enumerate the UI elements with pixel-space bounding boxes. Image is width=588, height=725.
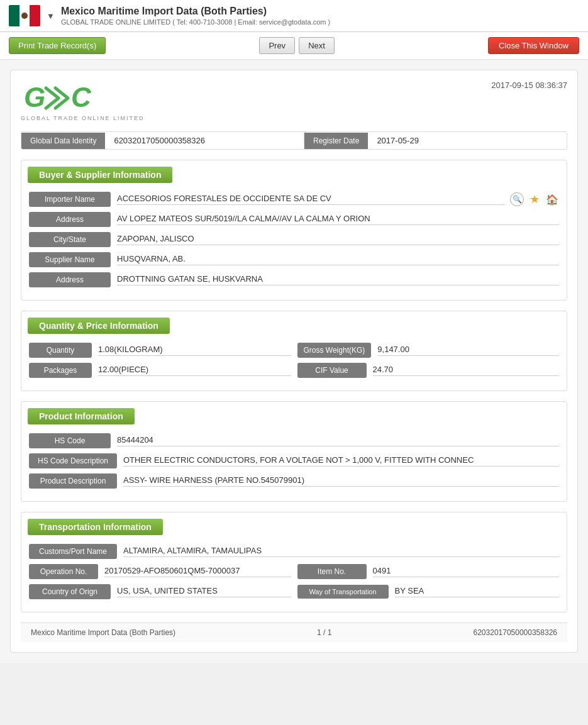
gross-weight-label: Gross Weight(KG) [297,343,372,358]
record-date: 2017-09-15 08:36:37 [491,80,567,90]
product-desc-value: ASSY- WIRE HARNESS (PARTE NO.545079901) [123,475,559,487]
item-col: Item No. 0491 [297,564,560,579]
country-origin-value: US, USA, UNITED STATES [117,586,291,597]
address2-value: DROTTNING GATAN SE, HUSKVARNA [117,274,559,285]
record-card: G C GLOBAL TRADE ONLINE LIMITED 2017-09-… [10,70,578,653]
operation-item-row: Operation No. 20170529-AFO850601QM5-7000… [29,564,559,579]
quantity-price-body: Quantity 1.08(KILOGRAM) Gross Weight(KG)… [21,340,567,390]
home-icon[interactable]: 🏠 [545,192,559,206]
footer-left: Mexico Maritime Import Data (Both Partie… [31,628,175,637]
customs-port-row: Customs/Port Name ALTAMIRA, ALTAMIRA, TA… [29,544,559,559]
address1-row: Address AV LOPEZ MATEOS SUR/5019//LA CAL… [29,212,559,227]
main-content: G C GLOBAL TRADE ONLINE LIMITED 2017-09-… [0,60,588,663]
buyer-supplier-body: Importer Name ACCESORIOS FORESTALES DE O… [21,189,567,300]
buyer-supplier-title: Buyer & Supplier Information [21,160,567,189]
buyer-supplier-section: Buyer & Supplier Information Importer Na… [21,160,567,301]
quantity-col: Quantity 1.08(KILOGRAM) [29,343,291,358]
flag-icon [9,5,40,26]
address1-value: AV LOPEZ MATEOS SUR/5019//LA CALMA//AV L… [117,214,559,225]
item-no-value: 0491 [373,566,560,577]
quantity-price-title: Quantity & Price Information [21,311,567,340]
product-section: Product Information HS Code 85444204 HS … [21,401,567,502]
toolbar: Print Trade Record(s) Prev Next Close Th… [0,32,588,60]
cif-value-label: CIF Value [297,363,367,378]
product-desc-label: Product Description [29,473,117,489]
svg-text:G: G [24,82,45,113]
way-transport-col: Way of Transportation BY SEA [297,585,560,599]
prev-button[interactable]: Prev [259,37,295,54]
quantity-value: 1.08(KILOGRAM) [98,345,291,356]
hs-code-label: HS Code [29,433,111,448]
footer-right: 62032017050000358326 [474,628,557,637]
item-no-label: Item No. [297,564,367,579]
global-data-identity-value: 62032017050000358326 [105,132,304,149]
record-footer: Mexico Maritime Import Data (Both Partie… [21,623,567,642]
search-icon[interactable]: 🔍 [510,192,524,206]
register-date-value: 2017-05-29 [368,132,567,149]
packages-value: 12.00(PIECE) [98,365,291,376]
hs-code-desc-label: HS Code Description [29,453,117,468]
address2-row: Address DROTTNING GATAN SE, HUSKVARNA [29,272,559,287]
transportation-body: Customs/Port Name ALTAMIRA, ALTAMIRA, TA… [21,541,567,612]
supplier-name-label: Supplier Name [29,252,111,267]
svg-rect-0 [9,5,19,26]
svg-rect-2 [30,5,40,26]
cif-value: 24.70 [373,365,560,376]
header-info: Mexico Maritime Import Data (Both Partie… [61,6,579,26]
global-data-row: Global Data Identity 6203201705000035832… [21,131,567,150]
record-header: G C GLOBAL TRADE ONLINE LIMITED 2017-09-… [21,80,567,121]
hs-code-value: 85444204 [117,435,559,446]
packages-col: Packages 12.00(PIECE) [29,363,291,378]
star-icon[interactable]: ★ [528,192,541,206]
importer-name-value: ACCESORIOS FORESTALES DE OCCIDENTE SA DE… [117,194,505,205]
importer-icons: 🔍 ★ 🏠 [510,192,559,206]
importer-name-label: Importer Name [29,192,111,207]
quantity-gross-row: Quantity 1.08(KILOGRAM) Gross Weight(KG)… [29,343,559,358]
country-col: Country of Orign US, USA, UNITED STATES [29,584,291,599]
page-title: Mexico Maritime Import Data (Both Partie… [61,6,579,17]
quantity-price-section: Quantity & Price Information Quantity 1.… [21,311,567,391]
city-state-value: ZAPOPAN, JALISCO [117,234,559,245]
hs-code-desc-value: OTHER ELECTRIC CONDUCTORS, FOR A VOLTAGE… [123,455,559,467]
hs-code-row: HS Code 85444204 [29,433,559,448]
cif-col: CIF Value 24.70 [297,363,560,378]
operation-no-label: Operation No. [29,564,98,579]
city-state-label: City/State [29,232,111,247]
way-transport-value: BY SEA [395,586,560,597]
country-origin-label: Country of Orign [29,584,111,599]
gto-logo: G C [21,80,134,115]
country-way-row: Country of Orign US, USA, UNITED STATES … [29,584,559,599]
quantity-label: Quantity [29,343,92,358]
logo-text: GLOBAL TRADE ONLINE LIMITED [21,115,145,121]
product-title: Product Information [21,402,567,431]
close-window-button[interactable]: Close This Window [488,37,579,54]
svg-text:C: C [71,82,92,113]
importer-name-row: Importer Name ACCESORIOS FORESTALES DE O… [29,192,559,207]
product-body: HS Code 85444204 HS Code Description OTH… [21,431,567,501]
transportation-title: Transportation Information [21,512,567,541]
dropdown-arrow[interactable]: ▼ [47,11,55,21]
gross-weight-value: 9,147.00 [377,345,559,356]
operation-col: Operation No. 20170529-AFO850601QM5-7000… [29,564,291,579]
customs-port-label: Customs/Port Name [29,544,117,559]
address1-label: Address [29,212,111,227]
address2-label: Address [29,272,111,287]
register-date-label: Register Date [304,133,368,149]
hs-code-desc-row: HS Code Description OTHER ELECTRIC CONDU… [29,453,559,468]
way-transport-label: Way of Transportation [297,585,389,599]
print-button[interactable]: Print Trade Record(s) [9,37,106,54]
gross-weight-col: Gross Weight(KG) 9,147.00 [297,343,560,358]
header-subtitle: GLOBAL TRADE ONLINE LIMITED ( Tel: 400-7… [61,18,579,26]
global-data-identity-label: Global Data Identity [21,133,105,149]
operation-no-value: 20170529-AFO850601QM5-7000037 [104,566,291,577]
city-state-row: City/State ZAPOPAN, JALISCO [29,232,559,247]
logo-area: G C GLOBAL TRADE ONLINE LIMITED [21,80,145,121]
top-header: ▼ Mexico Maritime Import Data (Both Part… [0,0,588,32]
footer-center: 1 / 1 [317,628,331,637]
next-button[interactable]: Next [299,37,335,54]
supplier-name-value: HUSQVARNA, AB. [117,254,559,265]
supplier-name-row: Supplier Name HUSQVARNA, AB. [29,252,559,267]
packages-cif-row: Packages 12.00(PIECE) CIF Value 24.70 [29,363,559,378]
product-desc-row: Product Description ASSY- WIRE HARNESS (… [29,473,559,489]
transportation-section: Transportation Information Customs/Port … [21,512,567,612]
